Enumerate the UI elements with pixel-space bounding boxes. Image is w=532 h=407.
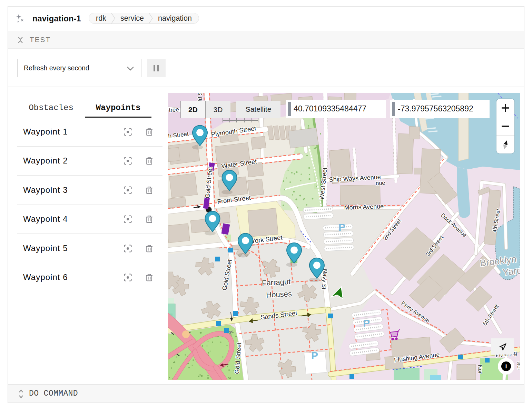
svg-text:tree: tree: [169, 106, 179, 113]
svg-text:Morris Avenue: Morris Avenue: [344, 203, 384, 211]
svg-text:Houses: Houses: [266, 289, 292, 299]
svg-text:P: P: [338, 221, 345, 233]
svg-text:Yard: Yard: [502, 265, 520, 278]
svg-text:P: P: [363, 317, 370, 329]
svg-text:Farragut: Farragut: [262, 277, 290, 287]
svg-text:Nor: Nor: [477, 365, 484, 374]
svg-text:P: P: [311, 350, 318, 361]
